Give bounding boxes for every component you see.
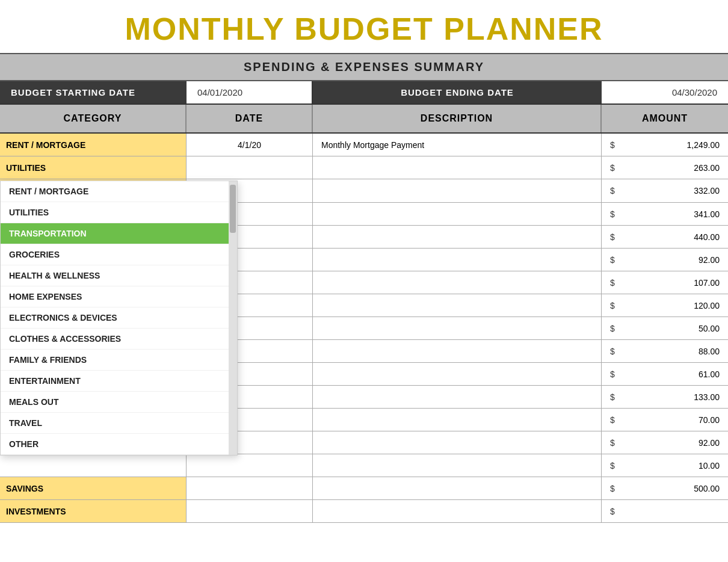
cell-category: SAVINGS xyxy=(0,477,187,499)
table-header: CATEGORY DATE DESCRIPTION AMOUNT xyxy=(0,105,728,134)
cell-description[interactable] xyxy=(313,386,602,408)
cell-date[interactable] xyxy=(187,454,313,477)
cell-category: INVESTMENTS xyxy=(0,500,187,522)
amount-value: 120.00 xyxy=(617,301,720,310)
cell-amount[interactable]: $332.00 xyxy=(602,179,728,202)
cell-amount[interactable]: $10.00 xyxy=(602,454,728,477)
amount-value: 263.00 xyxy=(617,163,720,173)
budget-start-value[interactable]: 04/01/2020 xyxy=(187,81,313,103)
amount-value: 440.00 xyxy=(617,232,720,242)
th-category: CATEGORY xyxy=(0,105,187,132)
cell-amount[interactable]: $1,249.00 xyxy=(602,134,728,156)
category-dropdown[interactable]: RENT / MORTGAGEUTILITIESTRANSPORTATIONGR… xyxy=(0,181,238,455)
cell-description[interactable] xyxy=(313,409,602,431)
amount-value: 1,249.00 xyxy=(617,140,720,150)
dropdown-item[interactable]: FAMILY & FRIENDS xyxy=(1,350,229,371)
cell-description[interactable] xyxy=(313,179,602,202)
cell-description[interactable] xyxy=(313,477,602,499)
cell-description[interactable] xyxy=(313,363,602,385)
table-row: UTILITIES$263.00 xyxy=(0,156,728,179)
budget-start-label: BUDGET STARTING DATE xyxy=(0,81,187,103)
cell-amount[interactable]: $50.00 xyxy=(602,317,728,339)
category-text: UTILITIES xyxy=(6,163,46,173)
cell-description[interactable] xyxy=(313,249,602,271)
cell-category xyxy=(0,454,187,477)
dropdown-item[interactable]: CLOTHES & ACCESSORIES xyxy=(1,329,229,350)
table-row: $10.00 xyxy=(0,454,728,477)
dropdown-item[interactable]: RENT / MORTGAGE xyxy=(1,181,229,202)
dollar-sign: $ xyxy=(610,369,615,379)
cell-amount[interactable]: $133.00 xyxy=(602,386,728,408)
dropdown-item[interactable]: MEALS OUT xyxy=(1,392,229,413)
dollar-sign: $ xyxy=(610,255,615,265)
cell-date[interactable] xyxy=(187,500,313,522)
category-text: RENT / MORTGAGE xyxy=(6,140,85,150)
cell-amount[interactable]: $263.00 xyxy=(602,156,728,179)
subtitle-bar: SPENDING & EXPENSES SUMMARY xyxy=(0,53,728,81)
cell-amount[interactable]: $ xyxy=(602,500,728,522)
cell-category: UTILITIES xyxy=(0,156,187,179)
cell-amount[interactable]: $500.00 xyxy=(602,477,728,499)
dollar-sign: $ xyxy=(610,461,615,471)
dollar-sign: $ xyxy=(610,209,615,219)
th-description: DESCRIPTION xyxy=(313,105,602,132)
dollar-sign: $ xyxy=(610,140,615,150)
cell-amount[interactable]: $61.00 xyxy=(602,363,728,385)
amount-value: 70.00 xyxy=(617,415,720,425)
dropdown-item[interactable]: TRANSPORTATION xyxy=(1,223,229,244)
amount-value: 500.00 xyxy=(617,484,720,493)
dropdown-item[interactable]: UTILITIES xyxy=(1,202,229,223)
dropdown-item[interactable]: GROCERIES xyxy=(1,244,229,265)
cell-description[interactable] xyxy=(313,203,602,225)
cell-amount[interactable]: $92.00 xyxy=(602,431,728,454)
amount-value: 10.00 xyxy=(617,461,720,471)
cell-date[interactable] xyxy=(187,477,313,499)
dropdown-item[interactable]: ELECTRONICS & DEVICES xyxy=(1,307,229,329)
budget-end-value[interactable]: 04/30/2020 xyxy=(602,81,728,103)
amount-value: 341.00 xyxy=(617,209,720,219)
cell-description[interactable]: Monthly Mortgage Payment xyxy=(313,134,602,156)
cell-description[interactable] xyxy=(313,431,602,454)
category-text: SAVINGS xyxy=(6,484,43,493)
cell-amount[interactable]: $70.00 xyxy=(602,409,728,431)
dollar-sign: $ xyxy=(610,278,615,288)
dropdown-item[interactable]: HEALTH & WELLNESS xyxy=(1,265,229,286)
dollar-sign: $ xyxy=(610,301,615,310)
dollar-sign: $ xyxy=(610,324,615,333)
dropdown-item[interactable]: TRAVEL xyxy=(1,413,229,434)
cell-date[interactable] xyxy=(187,156,313,179)
cell-description[interactable] xyxy=(313,454,602,477)
cell-amount[interactable]: $341.00 xyxy=(602,203,728,225)
cell-amount[interactable]: $88.00 xyxy=(602,340,728,362)
dropdown-item[interactable]: OTHER xyxy=(1,434,229,455)
cell-date[interactable]: 4/1/20 xyxy=(187,134,313,156)
cell-description[interactable] xyxy=(313,340,602,362)
amount-value: 92.00 xyxy=(617,438,720,448)
amount-value: 107.00 xyxy=(617,278,720,288)
cell-description[interactable] xyxy=(313,226,602,248)
amount-value: 50.00 xyxy=(617,324,720,333)
amount-value: 133.00 xyxy=(617,392,720,402)
cell-description[interactable] xyxy=(313,294,602,317)
dollar-sign: $ xyxy=(610,415,615,425)
cell-description[interactable] xyxy=(313,500,602,522)
dollar-sign: $ xyxy=(610,438,615,448)
th-date: DATE xyxy=(187,105,313,132)
dropdown-list: RENT / MORTGAGEUTILITIESTRANSPORTATIONGR… xyxy=(1,181,229,455)
cell-amount[interactable]: $440.00 xyxy=(602,226,728,248)
cell-amount[interactable]: $107.00 xyxy=(602,271,728,294)
table-body: RENT / MORTGAGE4/1/20Monthly Mortgage Pa… xyxy=(0,134,728,523)
cell-description[interactable] xyxy=(313,317,602,339)
category-text: INVESTMENTS xyxy=(6,507,66,516)
dropdown-item[interactable]: HOME EXPENSES xyxy=(1,286,229,307)
scrollbar-thumb[interactable] xyxy=(230,185,236,233)
dropdown-item[interactable]: ENTERTAINMENT xyxy=(1,371,229,392)
cell-amount[interactable]: $120.00 xyxy=(602,294,728,317)
dropdown-scrollbar[interactable] xyxy=(229,181,237,455)
th-amount: AMOUNT xyxy=(602,105,728,132)
cell-description[interactable] xyxy=(313,156,602,179)
table-row: INVESTMENTS$ xyxy=(0,500,728,523)
cell-amount[interactable]: $92.00 xyxy=(602,249,728,271)
dollar-sign: $ xyxy=(610,484,615,493)
cell-description[interactable] xyxy=(313,271,602,294)
